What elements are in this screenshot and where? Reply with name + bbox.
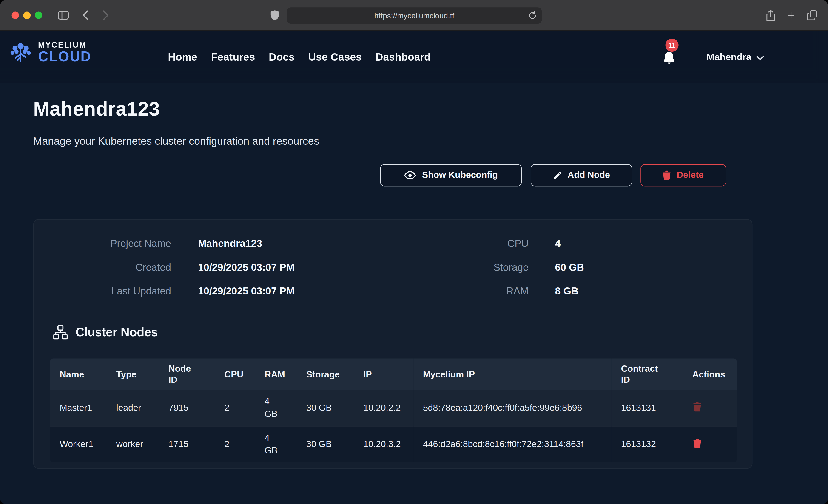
window-controls (12, 12, 42, 19)
col-ram: RAM (255, 359, 297, 390)
trash-icon (693, 438, 701, 448)
cell-ram: 4 GB (255, 426, 297, 462)
add-node-button[interactable]: Add Node (531, 164, 632, 186)
cell-mycelium-ip: 5d8:78ea:a120:f40c:ff0f:a5fe:99e6:8b96 (413, 390, 612, 426)
zoom-window-button[interactable] (35, 12, 42, 19)
eye-icon (404, 170, 416, 180)
user-menu[interactable]: Mahendra (706, 31, 764, 83)
cluster-nodes-title: Cluster Nodes (76, 325, 158, 339)
delete-node-button[interactable] (692, 401, 702, 414)
desktop: https://myceliumcloud.tf + Mahendra123 M… (0, 0, 828, 504)
page-title: Mahendra123 (33, 98, 160, 120)
col-actions: Actions (683, 359, 737, 390)
detail-value: 10/29/2025 03:07 PM (198, 259, 295, 276)
brand-name-bottom: CLOUD (38, 50, 91, 64)
new-tab-icon[interactable]: + (784, 0, 798, 31)
col-cpu: CPU (215, 359, 255, 390)
address-bar[interactable]: https://myceliumcloud.tf (287, 7, 542, 24)
chevron-down-icon (756, 53, 764, 62)
detail-value: 60 GB (555, 259, 584, 276)
pencil-icon (553, 171, 562, 180)
col-contract-id: Contract ID (612, 359, 683, 390)
cell-contract-id: 1613132 (612, 426, 683, 462)
sitemap-icon (53, 325, 68, 339)
notifications-button[interactable]: 11 (659, 31, 685, 83)
detail-value: 10/29/2025 03:07 PM (198, 283, 295, 299)
table-row-worker1: Worker1 worker 1715 2 4 GB 30 GB 10.20.3… (50, 426, 737, 462)
add-node-label: Add Node (568, 170, 610, 180)
nav-item-use-cases[interactable]: Use Cases (308, 51, 362, 63)
detail-label: RAM (404, 283, 529, 299)
col-type: Type (107, 359, 159, 390)
cell-type: leader (107, 390, 159, 426)
brand-name-top: MYCELIUM (38, 41, 91, 48)
cluster-details-card: Project Name Mahendra123 Created 10/29/2… (33, 219, 753, 469)
reload-icon[interactable] (528, 10, 537, 22)
detail-label: Created (34, 259, 171, 276)
cell-actions (683, 390, 737, 426)
notification-count-badge: 11 (665, 39, 678, 52)
cluster-nodes-heading: Cluster Nodes (53, 325, 158, 339)
sidebar-toggle-icon[interactable] (56, 0, 71, 31)
detail-value: 4 (555, 236, 584, 252)
cell-ram: 4 GB (255, 390, 297, 426)
col-storage: Storage (297, 359, 354, 390)
tab-overview-icon[interactable] (805, 0, 820, 31)
cell-actions (683, 426, 737, 462)
brand-logo[interactable]: MYCELIUM CLOUD (8, 40, 91, 65)
cell-cpu: 2 (215, 426, 255, 462)
page-subtitle: Manage your Kubernetes cluster configura… (33, 135, 319, 147)
col-name: Name (50, 359, 107, 390)
detail-value: 8 GB (555, 283, 584, 299)
forward-icon[interactable] (99, 0, 112, 31)
url-text: https://myceliumcloud.tf (374, 11, 454, 20)
delete-cluster-button[interactable]: Delete (640, 164, 726, 186)
browser-toolbar: https://myceliumcloud.tf + (0, 0, 828, 31)
nav-links: Home Features Docs Use Cases Dashboard (168, 31, 431, 83)
trash-icon (663, 170, 671, 180)
cell-name: Worker1 (50, 426, 107, 462)
cell-storage: 30 GB (297, 390, 354, 426)
trash-icon (693, 402, 701, 411)
show-kubeconfig-label: Show Kubeconfig (422, 170, 498, 180)
delete-node-button[interactable] (692, 437, 702, 451)
nav-item-dashboard[interactable]: Dashboard (375, 51, 431, 63)
col-node-id: Node ID (159, 359, 215, 390)
minimize-window-button[interactable] (23, 12, 31, 19)
cell-type: worker (107, 426, 159, 462)
site-navbar: MYCELIUM CLOUD Home Features Docs Use Ca… (0, 31, 828, 83)
back-icon[interactable] (79, 0, 92, 31)
table-header-row: Name Type Node ID CPU RAM Storage IP Myc… (50, 359, 737, 390)
cell-node-id: 7915 (159, 390, 215, 426)
detail-label: Project Name (34, 236, 171, 252)
page-content: Mahendra123 Manage your Kubernetes clust… (0, 31, 828, 504)
col-ip: IP (354, 359, 414, 390)
user-name: Mahendra (706, 51, 751, 62)
close-window-button[interactable] (12, 12, 19, 19)
col-mycelium-ip: Mycelium IP (413, 359, 612, 390)
cell-cpu: 2 (215, 390, 255, 426)
cell-contract-id: 1613131 (612, 390, 683, 426)
show-kubeconfig-button[interactable]: Show Kubeconfig (380, 164, 522, 186)
delete-label: Delete (677, 170, 704, 180)
nav-item-docs[interactable]: Docs (268, 51, 294, 63)
detail-label: Last Updated (34, 283, 171, 299)
mycelium-logo-icon (8, 40, 33, 65)
bell-icon (662, 51, 676, 68)
cell-ip: 10.20.3.2 (354, 426, 414, 462)
nodes-table: Name Type Node ID CPU RAM Storage IP Myc… (50, 359, 737, 462)
share-icon[interactable] (764, 0, 778, 31)
detail-value: Mahendra123 (198, 236, 295, 252)
cell-storage: 30 GB (297, 426, 354, 462)
table-row-master1: Master1 leader 7915 2 4 GB 30 GB 10.20.2… (50, 390, 737, 426)
cell-ip: 10.20.2.2 (354, 390, 414, 426)
cell-node-id: 1715 (159, 426, 215, 462)
nav-item-home[interactable]: Home (168, 51, 197, 63)
detail-label: Storage (404, 259, 529, 276)
cell-name: Master1 (50, 390, 107, 426)
privacy-shield-icon[interactable] (267, 0, 282, 31)
cluster-actions: Show Kubeconfig Add Node Delete (0, 164, 828, 186)
nav-item-features[interactable]: Features (211, 51, 255, 63)
browser-window: https://myceliumcloud.tf + Mahendra123 M… (0, 0, 828, 504)
cell-mycelium-ip: 446:d2a6:8bcd:8c16:ff0f:72e2:3114:863f (413, 426, 612, 462)
